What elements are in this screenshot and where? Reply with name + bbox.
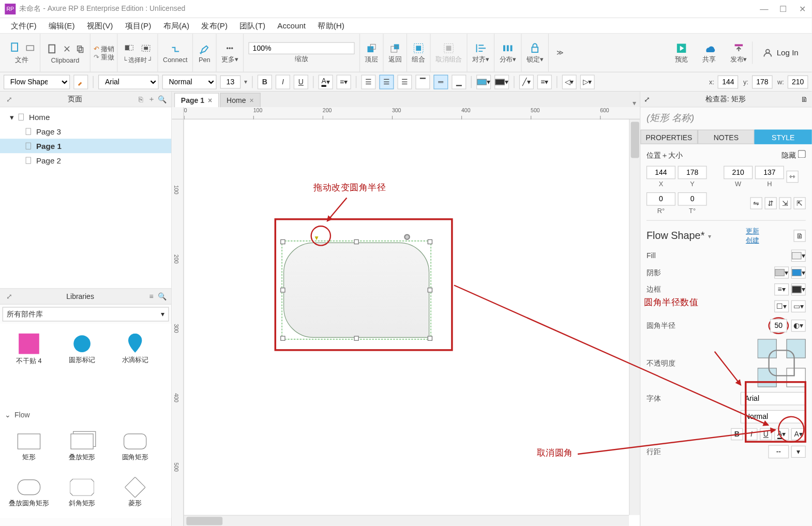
lib-menu-icon[interactable]: ≡ (146, 291, 157, 302)
library-dropdown[interactable]: 所有部件库▾ (3, 307, 169, 321)
line-style-button[interactable]: ╱▾ (519, 74, 534, 89)
minimize-button[interactable]: — (760, 4, 768, 14)
text-color-button[interactable]: A▾ (319, 74, 333, 89)
tool-overflow[interactable]: ≫ (549, 34, 572, 71)
radius-input[interactable] (770, 319, 787, 333)
tool-align[interactable]: 对齐▾ (468, 34, 494, 71)
insp-y-input[interactable] (678, 166, 707, 179)
valign-top-button[interactable]: ▔ (415, 74, 430, 89)
outer-shadow-dd[interactable]: ▾ (774, 266, 789, 278)
insp-w-input[interactable] (724, 166, 753, 179)
tool-front[interactable]: 顶层 (360, 34, 383, 71)
lib-flow-rect[interactable]: 矩形 (3, 424, 56, 470)
tool-clipboard-group[interactable]: Clipboard (40, 34, 91, 71)
tab-home[interactable]: Home× (220, 93, 260, 108)
insp-italic[interactable]: I (745, 428, 757, 440)
insp-underline[interactable]: U (760, 428, 772, 440)
lib-item-pin[interactable]: 水滴标记 (109, 326, 162, 372)
insp-r-input[interactable] (646, 192, 675, 206)
fit-text-button[interactable]: ⇲ (779, 197, 791, 209)
inspector-collapse-icon[interactable]: ⤢ (644, 95, 650, 103)
menu-layout[interactable]: 布局(A) (157, 20, 196, 31)
lib-flow-diamond[interactable]: 菱形 (109, 470, 162, 516)
tree-item-page3[interactable]: Page 3 (0, 124, 171, 139)
style-update-link[interactable]: 更新 (746, 227, 759, 235)
line-width-button[interactable]: ≡▾ (537, 74, 552, 89)
insp-x-input[interactable] (646, 166, 675, 179)
align-center-button[interactable]: ☰ (379, 74, 394, 89)
valign-middle-button[interactable]: ═ (433, 74, 448, 89)
tree-item-page2[interactable]: Page 2 (0, 153, 171, 168)
fill-color-dd[interactable]: ▾ (791, 250, 806, 262)
tree-item-page1[interactable]: Page 1 (0, 139, 171, 153)
lib-flow-rounded-stack[interactable]: 叠放圆角矩形 (3, 470, 56, 516)
lib-flow-bevel[interactable]: 斜角矩形 (55, 470, 109, 516)
style-manage-button[interactable]: 🗎 (793, 230, 805, 242)
border-style-dd[interactable]: ☐▾ (774, 300, 789, 312)
tool-publish[interactable]: 发布▾ (726, 41, 753, 64)
tool-file-group[interactable]: 文件 (4, 34, 40, 71)
ruler-horizontal[interactable]: 0 100 200 300 400 500 600 (184, 108, 640, 119)
insp-text-color[interactable]: A▾ (774, 428, 789, 440)
align-left-button[interactable]: ☰ (361, 74, 375, 89)
canvas[interactable] (184, 119, 629, 515)
menu-project[interactable]: 项目(P) (119, 20, 157, 31)
close-button[interactable]: ✕ (799, 4, 807, 14)
x-input[interactable] (718, 75, 739, 88)
lib-collapse-icon[interactable]: ⤢ (4, 291, 14, 302)
lib-flow-stack[interactable]: 叠放矩形 (55, 424, 109, 470)
tab-properties[interactable]: PROPERTIES (640, 130, 697, 144)
shape-style-select[interactable]: Flow Shape (4, 74, 70, 89)
tool-lock[interactable]: 锁定▾ (522, 34, 549, 71)
menu-team[interactable]: 团队(T) (234, 20, 272, 31)
lock-aspect-button[interactable]: ⇿ (786, 171, 798, 183)
font-size-input[interactable] (220, 75, 241, 88)
list-button[interactable]: ≡▾ (337, 74, 351, 89)
tool-select-group[interactable]: └ 选择时 ┘ (117, 34, 158, 71)
line-height-dd[interactable]: ▾ (791, 446, 806, 458)
shape-name-input[interactable]: (矩形 名称) (640, 108, 811, 130)
font-select[interactable]: Arial (98, 74, 159, 89)
menu-file[interactable]: 文件(F) (5, 20, 42, 31)
lib-item-sticky[interactable]: 不干贴 4 (3, 326, 56, 372)
menu-help[interactable]: 帮助(H) (312, 20, 351, 31)
lib-item-circle[interactable]: 圆形标记 (55, 326, 109, 372)
tool-connect[interactable]: Connect (158, 34, 193, 71)
tree-item-home[interactable]: ▾Home (0, 110, 171, 124)
w-input[interactable] (788, 75, 808, 88)
italic-button[interactable]: I (276, 74, 290, 89)
tool-zoom[interactable]: 缩放 (244, 34, 360, 71)
line-color-button[interactable]: ▾ (494, 74, 509, 89)
tool-share[interactable]: 共享 (698, 41, 720, 64)
font-weight-select[interactable]: Normal (162, 74, 217, 89)
add-page-icon[interactable]: ＋ (146, 94, 157, 104)
tool-preview[interactable]: 预览 (670, 41, 693, 64)
zoom-select[interactable] (248, 42, 354, 54)
menu-view[interactable]: 视图(V) (81, 20, 119, 31)
fill-color-button[interactable]: ▾ (476, 74, 491, 89)
radius-handle[interactable] (315, 236, 321, 243)
border-color-dd[interactable]: ▾ (791, 283, 806, 295)
tool-ungroup[interactable]: 取消组合 (431, 34, 468, 71)
search-pages-icon[interactable]: 🔍 (157, 94, 168, 104)
lib-search-icon[interactable]: 🔍 (157, 291, 168, 302)
menu-account[interactable]: Account (272, 21, 312, 30)
fit-box-button[interactable]: ⇱ (793, 197, 805, 209)
lib-flow-rounded[interactable]: 圆角矩形 (109, 424, 162, 470)
style-create-link[interactable]: 创建 (746, 236, 759, 245)
tool-back[interactable]: 返回 (384, 34, 407, 71)
flip-v-button[interactable]: ⇵ (764, 197, 776, 209)
flow-section[interactable]: ⌄Flow (0, 408, 171, 422)
eyedropper-button[interactable] (73, 74, 88, 89)
tab-page1[interactable]: Page 1× (174, 93, 219, 108)
tab-dropdown-icon[interactable]: ▾ (629, 99, 640, 107)
tab-style[interactable]: STYLE (755, 130, 811, 144)
underline-button[interactable]: U (294, 74, 308, 89)
insp-h-input[interactable] (755, 166, 784, 179)
y-input[interactable] (752, 75, 773, 88)
tool-pen[interactable]: Pen (193, 34, 216, 71)
menu-edit[interactable]: 编辑(E) (42, 20, 81, 31)
login-button[interactable]: Log In (757, 45, 803, 61)
insp-font-input[interactable] (741, 392, 806, 405)
inner-shadow-dd[interactable]: ▾ (791, 266, 806, 278)
